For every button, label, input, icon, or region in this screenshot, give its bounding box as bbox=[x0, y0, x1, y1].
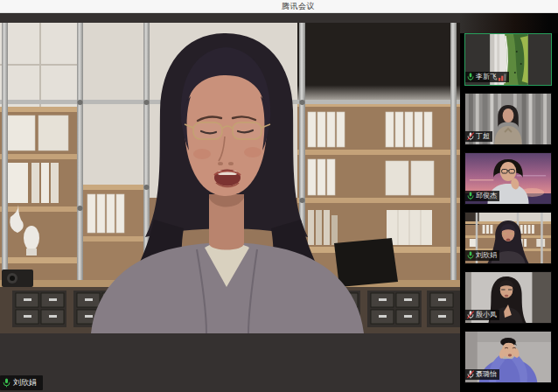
participant-label: 丁超 bbox=[465, 131, 492, 142]
mic-on-icon bbox=[467, 251, 474, 260]
participant-name: 聂璐怡 bbox=[476, 370, 497, 379]
participant-tile[interactable]: 丁超 bbox=[464, 93, 552, 145]
laptop-object bbox=[334, 238, 398, 287]
participant-sidebar: 李新飞 bbox=[460, 13, 558, 392]
participant-name: 李新飞 bbox=[476, 73, 497, 81]
main-video[interactable]: 刘欣娟 bbox=[0, 13, 460, 392]
participant-tile[interactable]: 邱俊杰 bbox=[464, 152, 552, 205]
participant-label: 邱俊杰 bbox=[465, 191, 499, 201]
network-signal-icon bbox=[499, 74, 506, 81]
participant-label: 刘欣娟 bbox=[465, 250, 499, 261]
participant-tile[interactable]: 李新飞 bbox=[464, 33, 552, 86]
window-title: 腾讯会议 bbox=[282, 1, 315, 12]
participant-label: 殷小凤 bbox=[465, 310, 499, 320]
mic-muted-icon bbox=[467, 132, 474, 141]
main-video-feed bbox=[0, 23, 460, 333]
speaker-nametag: 刘欣娟 bbox=[0, 375, 43, 390]
camera-object bbox=[2, 270, 33, 287]
mic-on-icon bbox=[467, 73, 474, 81]
meeting-content: 刘欣娟 bbox=[0, 13, 558, 392]
mic-muted-icon bbox=[467, 370, 474, 379]
participant-tile[interactable]: 刘欣娟 bbox=[464, 212, 552, 264]
participant-name: 丁超 bbox=[476, 132, 490, 141]
mic-muted-icon bbox=[467, 311, 474, 319]
participant-name: 邱俊杰 bbox=[476, 192, 497, 200]
participant-label: 李新飞 bbox=[465, 72, 509, 82]
participant-tile[interactable]: 殷小凤 bbox=[464, 271, 552, 324]
sidebar-gradient bbox=[460, 13, 558, 33]
mic-on-icon bbox=[467, 192, 474, 200]
participant-name: 殷小凤 bbox=[476, 311, 497, 319]
participant-label: 聂璐怡 bbox=[465, 369, 499, 380]
meeting-window: 腾讯会议 bbox=[0, 0, 558, 392]
speaker-name: 刘欣娟 bbox=[13, 377, 37, 388]
titlebar[interactable]: 腾讯会议 bbox=[0, 0, 558, 13]
participant-tile[interactable]: 聂璐怡 bbox=[464, 331, 552, 383]
participant-name: 刘欣娟 bbox=[476, 251, 497, 260]
mic-on-icon bbox=[3, 378, 10, 388]
